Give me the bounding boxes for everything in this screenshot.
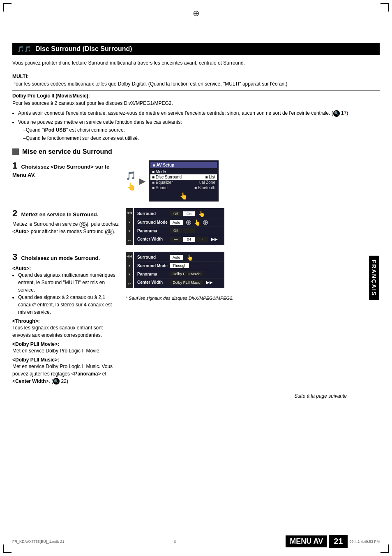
av-menu-title: ■ AV Setup xyxy=(150,162,217,168)
surround-row-1: Surround Off On 👆 xyxy=(136,210,223,218)
step3-panel-wrapper: ◀◀ ↩ Surround Auto 👆 xyxy=(126,252,224,288)
corner-br xyxy=(380,544,389,553)
nav-up-3 xyxy=(128,263,131,267)
bottom-bar: FR_KDAVX7755[EU]_1.indb 21 ⊕ MENU AV 21 … xyxy=(12,535,380,548)
circle-num-1: ① xyxy=(186,220,191,225)
auto-bullet-2: Quand des signaux à 2 canaux ou à 2,1 ca… xyxy=(18,294,119,316)
nav-panel-left: ◀◀ ↩ xyxy=(126,208,133,245)
step-1-row: 1 Choisissez <Disc Surround> sur le Menu… xyxy=(12,160,380,202)
nav-right-icon-3: ▶▶ xyxy=(206,280,213,285)
opt-music-heading: <Dolby PLII Music>: xyxy=(12,357,119,363)
step-2-left: 2 Mettez en service le Surround. Mettez … xyxy=(12,208,119,235)
step-1-number: 1 xyxy=(12,160,17,171)
dolby-text: Pour les sources à 2 canaux sauf pour le… xyxy=(12,100,380,107)
av-menu-row-mode: ■ Mode xyxy=(150,169,217,174)
mise-header: Mise en service du Surround xyxy=(12,148,380,155)
opt-through-heading: <Through>: xyxy=(12,318,119,324)
av-menu-row-eq: ■ Equalizer ual Zone xyxy=(150,180,217,185)
bullet-2: Vous ne pouvez pas mettre en service cet… xyxy=(18,118,380,142)
divider-1 xyxy=(12,71,380,71)
step3-surround-row-4: Center Width Dolby PLII Music ▶▶ xyxy=(136,278,223,287)
nav-right-icon: ▶▶ xyxy=(211,237,218,241)
circle-num-2: ② xyxy=(203,220,208,225)
crosshair-symbol: ⊕ xyxy=(193,8,200,18)
nav-up xyxy=(128,220,131,224)
footnote: * Sauf les signaux des disques DivX/MPEG… xyxy=(126,296,233,301)
music-note-icon: 🎵 xyxy=(126,171,136,181)
circle-2: ② xyxy=(106,229,112,235)
opt-music-text: Met en service Dolby Pro Logic II Music.… xyxy=(12,363,119,385)
step-2-row: 2 Mettez en service le Surround. Mettez … xyxy=(12,208,380,245)
step-2-right: ◀◀ ↩ Surround Off On 👆 xyxy=(126,208,380,245)
step3-surround-row-3: Panorama Dolby PLII Movie xyxy=(136,270,223,278)
intro-text: Vous pouvez profiter d'une lecture Surro… xyxy=(12,59,380,67)
step-3-row: 3 Choisissez un mode Surround. <Auto>: Q… xyxy=(12,252,380,387)
step1-icon-area: 🎵 👆 xyxy=(126,171,136,191)
step3-surround-panel: Surround Auto 👆 Surround Mode Through xyxy=(134,252,224,288)
corner-tl xyxy=(3,3,12,12)
square-icon xyxy=(12,148,19,155)
step-3-number: 3 xyxy=(12,252,17,262)
page-number: 21 xyxy=(329,535,348,548)
step2-surround-panel: Surround Off On 👆 Surround Mode Auto xyxy=(134,208,224,245)
bottom-right-group: MENU AV 21 09.4.1 4:49:53 PM xyxy=(286,535,380,548)
step-1-left: 1 Choisissez <Disc Surround> sur le Menu… xyxy=(12,160,119,179)
hand-icon-1: 👆 xyxy=(127,182,136,191)
step-2-desc: Mettez le Surround en service (①), puis … xyxy=(12,220,119,235)
section-header: 🎵🎵 Disc Surround (Disc Surround) xyxy=(12,43,380,55)
step-3-right: ◀◀ ↩ Surround Auto 👆 xyxy=(126,252,380,301)
header-icons: 🎵🎵 xyxy=(17,46,31,52)
av-menu-display: ■ AV Setup ■ Mode ■ Disc Surround ■ List… xyxy=(149,160,219,202)
top-crosshair: ⊕ xyxy=(12,8,380,18)
opt-movie-heading: <Dolby PLII Movie>: xyxy=(12,341,119,347)
cursor-step2-2: 👆 xyxy=(194,219,201,226)
nav-panel-left-3: ◀◀ ↩ xyxy=(126,252,133,288)
surround-row-4: Center Width — 04 + ▶▶ xyxy=(136,235,223,243)
surround-row-3: Panorama Off xyxy=(136,227,223,235)
step-1-right: 🎵 👆 ▶ ■ AV Setup ■ Mode ■ Disc Surround … xyxy=(126,160,380,202)
nav-dn-3 xyxy=(128,272,131,276)
bullet-1: Après avoir connecté l'enceinte centrale… xyxy=(18,109,380,117)
step3-surround-row-1: Surround Auto 👆 xyxy=(136,253,223,262)
step3-options: <Auto>: Quand des signaux multicanaux nu… xyxy=(12,266,119,385)
circle-1: ① xyxy=(81,222,87,228)
av-menu-cursor: 👆 xyxy=(150,192,217,200)
bullet-list: Après avoir connecté l'enceinte centrale… xyxy=(18,109,380,142)
surround-row-2: Surround Mode Auto ① 👆 ② xyxy=(136,218,223,227)
step-2-title: Mettez en service le Surround. xyxy=(21,211,99,218)
opt-auto-heading: <Auto>: xyxy=(12,266,119,271)
corner-tr xyxy=(380,3,389,12)
cursor-step2-1: 👆 xyxy=(198,211,205,217)
divider-2 xyxy=(12,90,380,90)
sub-bullet-1: –Quand "iPod USB" est choisi comme sourc… xyxy=(23,126,380,134)
header-title: Disc Surround (Disc Surround) xyxy=(35,45,132,53)
page: ⊕ FRANÇAIS 🎵🎵 Disc Surround (Disc Surrou… xyxy=(0,0,392,556)
nav-dn xyxy=(128,229,131,233)
corner-bl xyxy=(3,544,12,553)
francais-label: FRANÇAIS xyxy=(369,256,379,300)
multi-heading: MULTI: xyxy=(12,74,380,79)
cursor-step3-1: 👆 xyxy=(186,254,193,261)
dolby-heading: Dolby Pro Logic II (Movie/Music): xyxy=(12,93,380,99)
mag-icon-2: 🔍 xyxy=(53,378,60,385)
bottom-crosshair-sym: ⊕ xyxy=(173,540,177,544)
bottom-right-date: 09.4.1 4:49:53 PM xyxy=(349,540,380,544)
step-3-title: Choisissez un mode Surround. xyxy=(21,255,100,261)
sub-bullet-2: –Quand le fonctionnement sur deux zones … xyxy=(23,134,380,142)
opt-auto-bullets: Quand des signaux multicanaux numériques… xyxy=(18,271,119,316)
step-3-left: 3 Choisissez un mode Surround. <Auto>: Q… xyxy=(12,252,119,387)
bottom-left: FR_KDAVX7755[EU]_1.indb 21 xyxy=(12,540,64,544)
opt-movie-text: Met en service Dolby Pro Logic II Movie. xyxy=(12,347,119,354)
multi-text: Pour les sources codées multicanaux tell… xyxy=(12,80,380,88)
mise-section: Mise en service du Surround 1 Choisissez… xyxy=(12,148,380,387)
mise-title: Mise en service du Surround xyxy=(22,148,112,155)
arrow-right-1: ▶ xyxy=(139,176,145,186)
bottom-crosshair: ⊕ xyxy=(173,540,177,544)
av-menu-row-disc: ■ Disc Surround ■ List xyxy=(150,174,217,180)
step3-surround-row-2: Surround Mode Through xyxy=(136,262,223,270)
step-2-number: 2 xyxy=(12,208,17,218)
step-1-title: Choisissez <Disc Surround> sur le Menu A… xyxy=(12,164,109,178)
opt-through-text: Tous les signaux des canaux entrant sont… xyxy=(12,324,119,339)
auto-bullet-1: Quand des signaux multicanaux numériques… xyxy=(18,271,119,294)
menu-av-badge: MENU AV xyxy=(286,535,327,547)
